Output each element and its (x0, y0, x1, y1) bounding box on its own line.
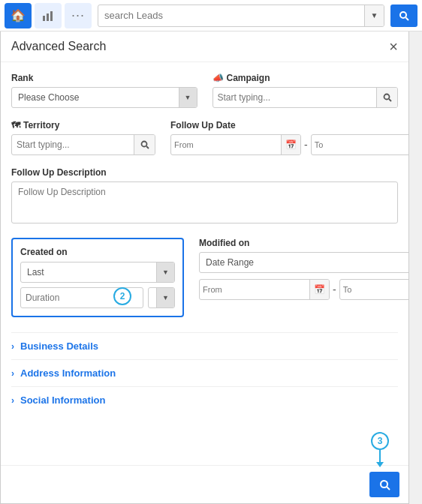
chart-button[interactable] (35, 3, 62, 28)
rank-campaign-row: Rank Please Choose ▼ 📣 Campaign (11, 73, 398, 108)
created-on-select-wrapper[interactable]: Last Date Range This Week This Month ▼ (20, 262, 175, 283)
modified-on-select-wrapper[interactable]: Date Range Last This Week This Month ▼ (199, 252, 408, 273)
duration-input[interactable] (20, 287, 143, 308)
modified-to-wrap: 📅 (339, 279, 408, 300)
modified-on-col: Modified on Date Range Last This Week Th… (199, 238, 408, 320)
follow-up-desc-input[interactable] (11, 182, 398, 224)
territory-input[interactable] (12, 140, 134, 150)
modified-date-separator: - (333, 284, 336, 296)
top-bar: 🏠 ··· ▼ (0, 0, 422, 32)
address-information-link[interactable]: › Address Information (11, 359, 398, 386)
modified-date-range: 📅 - 📅 (199, 279, 408, 300)
rank-select-wrapper[interactable]: Please Choose ▼ (11, 87, 197, 108)
campaign-input-wrapper (213, 87, 399, 108)
search-go-button[interactable] (390, 4, 417, 27)
follow-up-desc-row: Follow Up Description (11, 167, 398, 226)
created-on-box: Created on Last Date Range This Week Thi… (11, 238, 184, 317)
section-links: › Business Details › Address Information… (11, 332, 398, 413)
chevron-right-icon-3: › (11, 395, 14, 406)
modified-from-wrap: 📅 (199, 279, 330, 300)
duration-unit-wrapper[interactable]: Month(s) Day(s) Week(s) Year(s) ▼ (148, 287, 175, 308)
campaign-label: 📣 Campaign (213, 73, 399, 83)
search-input[interactable] (98, 10, 364, 21)
follow-up-from-wrap: 📅 (170, 134, 301, 155)
svg-point-7 (141, 142, 146, 147)
business-details-link[interactable]: › Business Details (11, 332, 398, 359)
created-on-label: Created on (20, 247, 175, 257)
svg-line-6 (389, 99, 391, 101)
svg-point-9 (381, 481, 387, 488)
more-button[interactable]: ··· (65, 3, 92, 28)
follow-up-to-wrap: 📅 (311, 134, 408, 155)
bottom-search-button[interactable] (369, 472, 399, 497)
social-information-label: Social Information (20, 394, 105, 406)
svg-point-5 (384, 94, 389, 100)
territory-followupdate-row: 🗺 Territory Follow Up Date (11, 120, 398, 155)
svg-line-8 (146, 146, 149, 148)
close-button[interactable]: × (389, 39, 398, 54)
modified-from-input[interactable] (200, 285, 309, 294)
advanced-search-panel: Advanced Search × Rank Please Choose ▼ 📣… (0, 32, 409, 504)
address-information-label: Address Information (20, 368, 116, 379)
follow-up-from-calendar[interactable]: 📅 (281, 135, 300, 154)
svg-line-10 (387, 487, 390, 490)
duration-unit-select[interactable]: Month(s) Day(s) Week(s) Year(s) (149, 288, 174, 308)
social-information-link[interactable]: › Social Information (11, 386, 398, 413)
search-dropdown-button[interactable]: ▼ (364, 5, 384, 26)
svg-rect-0 (43, 16, 45, 21)
rank-label: Rank (11, 73, 197, 83)
territory-icon: 🗺 (11, 120, 20, 130)
svg-rect-1 (47, 14, 49, 21)
campaign-search-button[interactable] (376, 88, 397, 107)
modified-on-select[interactable]: Date Range Last This Week This Month (200, 253, 408, 272)
campaign-col: 📣 Campaign (213, 73, 399, 108)
svg-rect-2 (50, 11, 53, 21)
rank-col: Rank Please Choose ▼ (11, 73, 197, 108)
panel-header: Advanced Search × (1, 32, 408, 62)
territory-col: 🗺 Territory (11, 120, 155, 155)
follow-up-desc-label: Follow Up Description (11, 167, 398, 178)
campaign-input[interactable] (213, 92, 377, 103)
follow-up-date-label: Follow Up Date (170, 120, 408, 130)
created-on-col: Created on Last Date Range This Week Thi… (11, 238, 184, 320)
svg-point-3 (400, 12, 406, 18)
chevron-right-icon: › (11, 341, 14, 352)
modified-from-calendar[interactable]: 📅 (309, 280, 329, 299)
territory-search-button[interactable] (134, 135, 155, 154)
created-on-select[interactable]: Last Date Range This Week This Month (21, 262, 174, 282)
chevron-right-icon-2: › (11, 368, 14, 379)
territory-label: 🗺 Territory (11, 120, 155, 130)
follow-up-to-input[interactable] (312, 140, 408, 149)
panel-title: Advanced Search (11, 40, 106, 53)
bottom-bar (1, 465, 408, 503)
panel-body: Rank Please Choose ▼ 📣 Campaign (1, 62, 408, 500)
home-button[interactable]: 🏠 (5, 3, 32, 28)
follow-up-date-col: Follow Up Date 📅 - 📅 (170, 120, 408, 155)
search-wrapper: ▼ (98, 4, 384, 27)
rank-select[interactable]: Please Choose (12, 88, 197, 107)
follow-up-date-range: 📅 - 📅 (170, 134, 408, 155)
territory-input-wrapper (11, 134, 155, 155)
follow-up-from-input[interactable] (171, 140, 281, 149)
date-separator: - (304, 139, 308, 151)
modified-on-label: Modified on (199, 238, 408, 248)
modified-to-input[interactable] (340, 285, 408, 294)
duration-row: Month(s) Day(s) Week(s) Year(s) ▼ (20, 287, 175, 308)
created-modified-row: Created on Last Date Range This Week Thi… (11, 238, 398, 320)
svg-line-4 (406, 17, 409, 20)
megaphone-icon: 📣 (213, 73, 224, 83)
business-details-label: Business Details (20, 340, 98, 352)
